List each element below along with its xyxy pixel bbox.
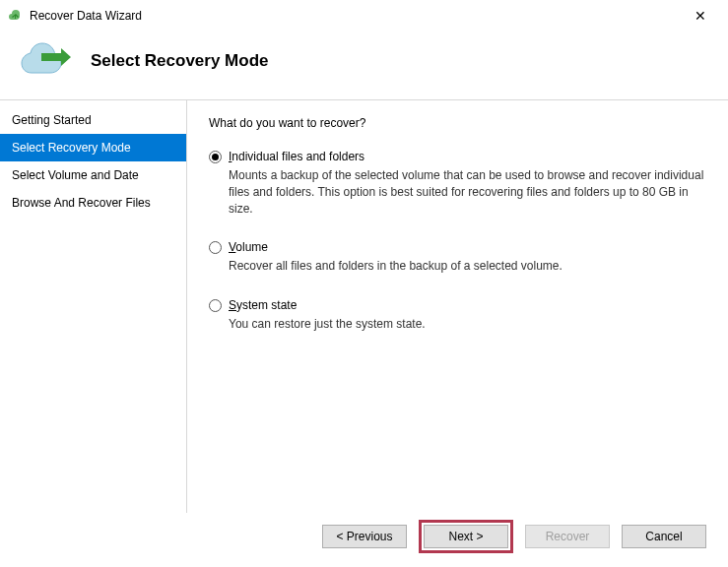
radio-system-state[interactable] [209,299,222,312]
next-button-highlight: Next > [419,520,513,553]
header: Select Recovery Mode [0,32,728,99]
footer-buttons: < Previous Next > Recover Cancel [322,520,706,553]
next-button[interactable]: Next > [424,525,508,548]
titlebar: Recover Data Wizard ✕ [0,0,728,32]
app-icon [8,8,24,24]
sidebar-item-getting-started[interactable]: Getting Started [0,106,186,134]
option-description: Mounts a backup of the selected volume t… [229,167,706,217]
window-title: Recover Data Wizard [30,9,685,23]
option-volume[interactable]: Volume Recover all files and folders in … [209,240,706,275]
recover-button: Recover [525,525,610,548]
main-area: Getting Started Select Recovery Mode Sel… [0,99,728,513]
sidebar-item-select-recovery-mode[interactable]: Select Recovery Mode [0,134,186,161]
option-label: Individual files and folders [229,150,364,163]
previous-button[interactable]: < Previous [322,525,407,548]
option-description: Recover all files and folders in the bac… [229,258,706,275]
sidebar-item-select-volume-date[interactable]: Select Volume and Date [0,161,186,189]
radio-volume[interactable] [209,241,222,254]
prompt-text: What do you want to recover? [209,116,706,130]
cloud-arrow-icon [18,39,73,82]
content: What do you want to recover? Individual … [187,100,728,513]
option-description: You can restore just the system state. [229,316,706,333]
page-title: Select Recovery Mode [91,51,268,71]
radio-individual-files[interactable] [209,151,222,163]
cancel-button[interactable]: Cancel [622,525,706,548]
option-label: System state [229,298,297,312]
option-system-state[interactable]: System state You can restore just the sy… [209,298,706,333]
close-icon[interactable]: ✕ [685,4,716,28]
option-label: Volume [229,240,268,254]
sidebar-item-browse-recover-files[interactable]: Browse And Recover Files [0,189,186,217]
sidebar: Getting Started Select Recovery Mode Sel… [0,100,187,513]
option-individual-files[interactable]: Individual files and folders Mounts a ba… [209,150,706,217]
